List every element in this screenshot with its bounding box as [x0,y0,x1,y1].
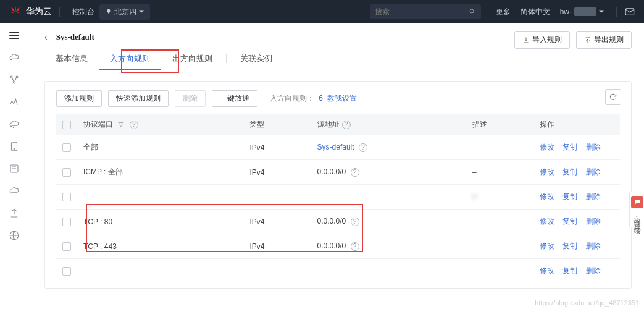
mail-icon[interactable] [624,6,635,17]
cell-type [243,259,311,284]
refresh-button[interactable] [605,89,621,105]
row-checkbox[interactable] [62,242,71,251]
copy-link[interactable]: 复制 [562,192,577,201]
svg-point-0 [470,9,474,13]
global-search[interactable] [370,4,481,19]
copy-link[interactable]: 复制 [562,143,577,151]
help-setup-link[interactable]: 教我设置 [327,94,357,103]
delete-link[interactable]: 删除 [586,266,601,275]
col-desc: 描述 [466,114,533,135]
upload-icon[interactable] [9,208,20,219]
tab-outbound-rules[interactable]: 出方向规则 [161,48,224,69]
delete-link[interactable]: 删除 [586,242,601,250]
rules-panel: 添加规则 快速添加规则 删除 一键放通 入方向规则： 6 教我设置 协议端口 ? [44,81,632,289]
logo-block: 华为云 [9,5,52,19]
one-click-allow-button[interactable]: 一键放通 [212,90,257,107]
user-menu[interactable]: hw- [560,7,604,16]
help-icon[interactable]: ? [351,242,359,251]
page-title: Sys-default [56,32,94,42]
tab-basic-info[interactable]: 基本信息 [44,48,99,69]
separator [59,7,60,17]
delete-rule-button: 删除 [175,90,206,107]
col-protocol: 协议端口 ? [77,114,243,135]
export-icon [584,36,592,44]
cell-ops: 修改 复制 删除 [533,234,620,259]
source-link[interactable]: Sys-default [317,143,354,151]
rule-count-label: 入方向规则： 6 教我设置 [270,93,357,104]
watermark: https://blog.csdn.net/qq_48712351 [535,299,639,307]
modify-link[interactable]: 修改 [540,242,554,250]
toolbar: 添加规则 快速添加规则 删除 一键放通 入方向规则： 6 教我设置 [56,90,620,107]
row-checkbox[interactable] [62,193,71,201]
cell-source: 0.0.0.0/0 ? [311,210,466,234]
user-prefix: hw- [560,7,572,16]
modify-link[interactable]: 修改 [540,143,554,151]
storage-icon[interactable] [9,163,20,174]
modify-link[interactable]: 修改 [540,266,554,275]
help-icon[interactable]: ? [351,168,359,177]
help-icon[interactable]: ? [130,121,138,129]
row-checkbox[interactable] [62,267,71,276]
help-icon[interactable]: ? [351,218,359,226]
import-rules-button[interactable]: 导入规则 [514,31,570,49]
cell-protocol: TCP : 443 [77,234,243,259]
device-icon[interactable] [9,141,20,152]
rules-table: 协议端口 ? 类型 源地址? 描述 操作 全部 IPv4 Sys-default… [56,114,620,283]
cell-ops: 修改 复制 删除 [533,259,620,284]
copy-link[interactable]: 复制 [562,266,577,275]
main-area: ‹ Sys-default 导入规则 导出规则 基本信息 入方向规则 出方向规则… [28,23,644,309]
cell-ops: 修改 复制 删除 [533,160,620,185]
cloud-icon[interactable] [9,52,20,63]
cell-desc [466,259,533,284]
filter-icon[interactable] [117,121,125,129]
svg-point-4 [13,82,15,83]
add-rule-button[interactable]: 添加规则 [56,90,102,107]
help-icon[interactable]: ? [342,121,351,129]
search-input[interactable] [375,7,469,16]
more-link[interactable]: 更多 [496,7,511,17]
cell-desc: – [466,234,533,259]
console-link[interactable]: 控制台 [72,7,94,17]
nodes-icon[interactable] [9,74,20,85]
delete-link[interactable]: 删除 [586,217,601,226]
row-checkbox[interactable] [62,218,71,226]
select-all-checkbox[interactable] [62,121,71,129]
delete-link[interactable]: 删除 [586,167,601,176]
cell-protocol: 全部 [77,135,243,160]
modify-link[interactable]: 修改 [540,167,554,176]
cell-type: IPv4 [243,135,311,160]
count-text: 入方向规则： [270,94,314,103]
menu-icon[interactable] [9,30,19,41]
svg-point-6 [14,148,15,150]
monitor-icon[interactable] [9,96,20,108]
modify-link[interactable]: 修改 [540,192,554,201]
huawei-logo-icon [9,5,22,19]
cell-source [311,259,466,284]
user-name-redacted [574,7,596,16]
separator [616,7,617,17]
quick-add-rule-button[interactable]: 快速添加规则 [108,90,169,107]
copy-link[interactable]: 复制 [562,167,577,176]
tab-associated-instances[interactable]: 关联实例 [229,48,283,69]
help-icon[interactable]: ? [359,143,367,152]
cloud2-icon[interactable] [9,185,20,197]
region-selector[interactable]: 北京四 [99,4,150,20]
copy-link[interactable]: 复制 [562,217,577,226]
page-actions: 导入规则 导出规则 [514,31,632,49]
tab-inbound-rules[interactable]: 入方向规则 [99,48,161,69]
export-rules-button[interactable]: 导出规则 [576,31,632,49]
globe-icon[interactable] [9,230,20,241]
row-checkbox[interactable] [62,143,71,152]
modify-link[interactable]: 修改 [540,217,554,226]
copy-link[interactable]: 复制 [562,242,577,250]
cloud-db-icon[interactable] [9,119,20,130]
delete-link[interactable]: 删除 [586,143,601,151]
row-checkbox[interactable] [62,168,71,177]
feedback-tab[interactable]: 咨询·反馈 [629,192,644,227]
cell-protocol: ICMP : 全部 [77,160,243,185]
back-button[interactable]: ‹ [44,32,48,42]
lang-selector[interactable]: 简体中文 [521,7,550,17]
delete-link[interactable]: 删除 [586,192,601,201]
cell-source: 0.0.0.0/0 ? [311,234,466,259]
cell-type: IPv4 [243,160,311,185]
